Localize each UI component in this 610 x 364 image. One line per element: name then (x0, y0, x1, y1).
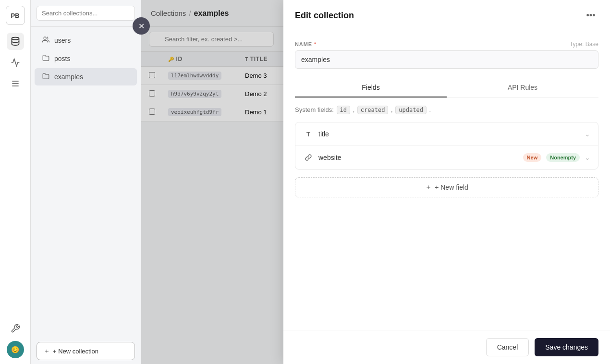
sidebar-item-users[interactable]: users (35, 32, 137, 49)
field-row-title[interactable]: T title ⌄ (295, 122, 598, 146)
new-field-button[interactable]: ＋ + New field (295, 177, 598, 197)
sidebar-item-posts[interactable]: posts (35, 50, 137, 67)
sidebar-item-label: users (54, 36, 71, 44)
more-icon: ••• (586, 11, 596, 21)
fields-list: T title ⌄ website New Nonempty ⌄ (295, 122, 598, 170)
chevron-down-icon: ⌄ (585, 130, 590, 138)
user-icon (42, 36, 49, 45)
tabs-row: Fields API Rules (295, 78, 598, 98)
system-fields-label: System fields: (295, 106, 334, 113)
folder-icon-examples (42, 73, 49, 81)
main-area: Collections / examples 🔑 id T title (141, 0, 610, 364)
user-avatar[interactable]: 😊 (7, 341, 24, 358)
logo-button[interactable]: PB (6, 6, 25, 25)
close-panel-button[interactable]: ✕ (133, 17, 150, 35)
sidebar-item-label: examples (54, 73, 83, 81)
tools-icon[interactable] (7, 320, 24, 337)
search-box (31, 0, 141, 27)
icon-rail: PB 😊 (0, 0, 31, 364)
field-name-title: title (318, 130, 580, 138)
plus-icon: ＋ (44, 347, 50, 355)
sidebar-items: users posts examples (31, 27, 141, 338)
field-name-website: website (318, 154, 518, 161)
sidebar-item-label: posts (54, 55, 70, 62)
name-field-label: NAME * Type: Base (295, 41, 598, 48)
name-field-group: NAME * Type: Base (295, 41, 598, 69)
plus-icon-field: ＋ (425, 183, 432, 192)
folder-icon-posts (42, 54, 49, 63)
sidebar-item-examples[interactable]: examples (35, 68, 137, 85)
avatar-icon: 😊 (11, 346, 19, 353)
cancel-button[interactable]: Cancel (486, 338, 529, 356)
system-field-updated: updated (395, 106, 427, 114)
new-field-label: + New field (435, 183, 468, 191)
more-options-button[interactable]: ••• (583, 8, 598, 23)
svg-point-0 (12, 37, 19, 40)
field-row-website[interactable]: website New Nonempty ⌄ (295, 146, 598, 169)
field-type-text-icon: T (303, 129, 314, 139)
required-indicator: * (314, 41, 317, 47)
badge-new: New (523, 153, 542, 162)
edit-panel-title: Edit collection (295, 11, 354, 21)
edit-panel-body: NAME * Type: Base Fields API Rules Syste… (283, 31, 610, 330)
tab-fields[interactable]: Fields (295, 78, 447, 97)
collection-name-input[interactable] (295, 50, 598, 69)
system-field-created: created (357, 106, 389, 114)
new-collection-label: + New collection (53, 348, 98, 355)
badge-nonempty: Nonempty (546, 153, 580, 162)
tab-api-rules[interactable]: API Rules (447, 78, 598, 97)
system-fields: System fields: id , created , updated . (295, 106, 598, 114)
database-icon[interactable] (7, 33, 24, 50)
system-field-id: id (337, 106, 350, 114)
close-icon: ✕ (138, 22, 145, 31)
search-input[interactable] (37, 6, 135, 21)
edit-panel: Edit collection ••• NAME * Type: Base Fi (283, 0, 610, 364)
edit-panel-header: Edit collection ••• (283, 0, 610, 31)
new-collection-button[interactable]: ＋ + New collection (37, 342, 135, 360)
settings-icon[interactable] (7, 75, 24, 92)
type-hint: Type: Base (570, 41, 598, 48)
save-changes-button[interactable]: Save changes (535, 338, 598, 356)
name-label-text: NAME * (295, 41, 317, 47)
field-type-link-icon (303, 152, 314, 163)
chevron-down-icon-website: ⌄ (585, 154, 590, 161)
chart-icon[interactable] (7, 54, 24, 71)
edit-panel-footer: Cancel Save changes (283, 330, 610, 364)
sidebar: users posts examples ＋ + New collection (31, 0, 141, 364)
logo-text: PB (11, 12, 19, 19)
svg-point-4 (44, 37, 46, 39)
